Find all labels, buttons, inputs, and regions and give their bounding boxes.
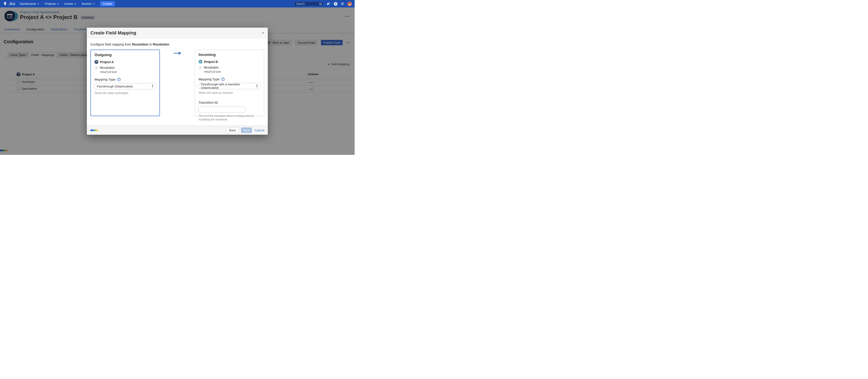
cancel-link[interactable]: Cancel: [255, 128, 264, 132]
back-button[interactable]: Back: [227, 127, 238, 133]
nav-item-issues[interactable]: Issues: [64, 2, 76, 5]
logo-block-yellow: [95, 129, 98, 131]
help-icon[interactable]: ?: [221, 78, 225, 81]
dialog-intro: Configure field mapping from Resolution …: [90, 42, 170, 46]
dialog-header: Create Field Mapping ×: [87, 28, 268, 38]
dialog-footer-actions: Back Next Cancel: [227, 127, 264, 133]
close-icon[interactable]: ×: [262, 31, 264, 35]
nav-item-dashboards[interactable]: Dashboards: [20, 2, 39, 5]
sync-direction-arrow-icon: [174, 52, 181, 56]
outgoing-project: Project A: [95, 60, 156, 64]
select-arrows-icon: [256, 84, 258, 88]
transition-id-label: Transition ID: [198, 101, 260, 105]
incoming-helper-text: Writes the value as received.: [198, 91, 260, 95]
nav-item-projects[interactable]: Projects: [45, 2, 59, 5]
chevron-down-icon: [74, 3, 76, 4]
outgoing-mapping-type-select[interactable]: Passthrough (Deprecated): [95, 83, 156, 89]
select-arrows-icon: [152, 84, 154, 88]
next-button-disabled[interactable]: Next: [241, 127, 252, 133]
dialog-title: Create Field Mapping: [90, 30, 136, 35]
outgoing-heading: Outgoing: [95, 53, 156, 57]
outgoing-mapping-type-label-row: Mapping Type ?: [95, 78, 156, 81]
jira-logo-icon: [3, 1, 7, 6]
project-b-icon: [198, 60, 203, 64]
exalate-logo: [90, 129, 98, 131]
search-icon: [319, 2, 322, 6]
outgoing-helper-text: Sends the value unchanged.: [95, 91, 156, 95]
incoming-field: Resolution: [198, 66, 260, 69]
resolution-field-type-icon: [95, 66, 98, 69]
outgoing-panel: Outgoing Project A Resolution resolution: [90, 50, 160, 116]
nav-right-group: ? ⚙: [294, 2, 352, 6]
create-button[interactable]: Create: [100, 1, 115, 6]
user-avatar[interactable]: [347, 2, 352, 6]
chevron-down-icon: [57, 3, 59, 4]
search-input[interactable]: [294, 2, 323, 6]
logo-block-blue: [90, 129, 93, 131]
top-nav: Jira Dashboards Projects Issues Boards C…: [0, 0, 354, 7]
app-root: Jira Dashboards Projects Issues Boards C…: [0, 0, 354, 155]
incoming-mapping-type-label-row: Mapping Type ?: [198, 78, 260, 81]
create-field-mapping-dialog: Create Field Mapping × Configure field m…: [87, 28, 268, 135]
nav-item-boards[interactable]: Boards: [82, 2, 95, 5]
search-wrap: [294, 2, 323, 6]
project-a-icon: [95, 60, 98, 64]
jira-logo[interactable]: Jira: [3, 1, 15, 6]
svg-text:?: ?: [118, 78, 120, 81]
transition-id-helper-text: The id of the transition which is being …: [198, 114, 260, 121]
logo-block-green: [93, 129, 95, 131]
svg-text:?: ?: [222, 78, 224, 80]
chevron-down-icon: [37, 3, 39, 4]
help-icon[interactable]: ?: [117, 78, 121, 81]
brand-text: Jira: [9, 2, 15, 6]
incoming-field-key: resolution: [204, 70, 260, 74]
resolution-field-type-icon: [198, 66, 202, 69]
transition-id-input[interactable]: [198, 107, 245, 113]
incoming-panel: Incoming Project B Resolution resolut: [195, 50, 264, 116]
incoming-mapping-type-select[interactable]: Passthrough with a transition (Deprecate…: [198, 83, 260, 89]
dialog-footer: Back Next Cancel: [87, 125, 268, 135]
help-icon[interactable]: ?: [334, 2, 337, 6]
outgoing-field: Resolution: [95, 66, 156, 69]
incoming-project: Project B: [198, 60, 260, 64]
chevron-down-icon: [93, 3, 95, 4]
outgoing-field-key: resolution: [100, 70, 156, 74]
gear-icon[interactable]: ⚙: [341, 2, 344, 6]
incoming-heading: Incoming: [198, 53, 260, 57]
feedback-megaphone-icon[interactable]: [327, 2, 331, 6]
